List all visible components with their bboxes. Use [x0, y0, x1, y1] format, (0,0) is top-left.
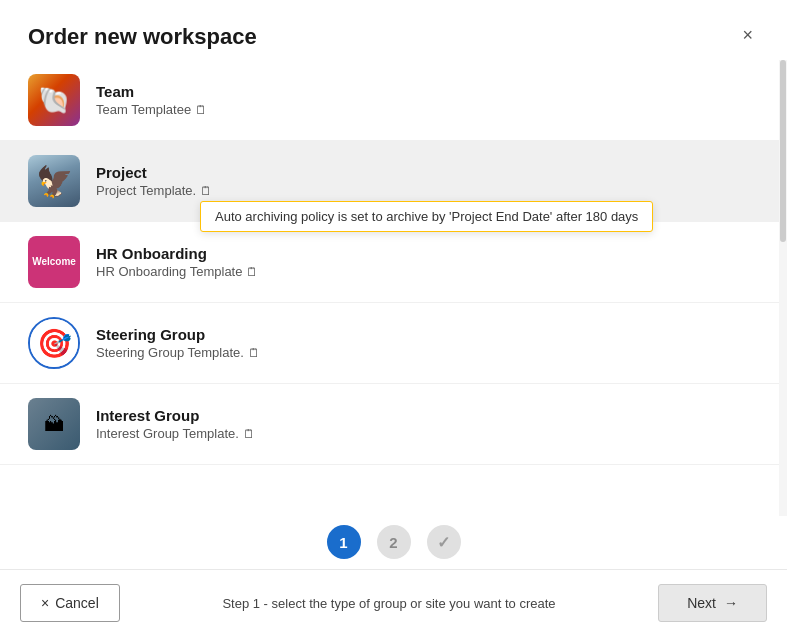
- interest-info: Interest Group Interest Group Template. …: [96, 407, 759, 441]
- cancel-button[interactable]: × Cancel: [20, 584, 120, 622]
- project-name: Project: [96, 164, 147, 181]
- close-button[interactable]: ×: [736, 24, 759, 46]
- team-info: Team Team Templatee 🗒: [96, 83, 759, 117]
- workspace-item-hr[interactable]: Welcome HR Onboarding HR Onboarding Temp…: [0, 222, 787, 303]
- dialog-header: Order new workspace ×: [0, 0, 787, 60]
- team-template: Team Templatee: [96, 102, 191, 117]
- stepper: 1 2 ✓: [0, 507, 787, 569]
- project-template-icon: 🗒: [200, 184, 212, 198]
- next-button[interactable]: Next →: [658, 584, 767, 622]
- steering-template-icon: 🗒: [248, 346, 260, 360]
- interest-template-icon: 🗒: [243, 427, 255, 441]
- dialog-title: Order new workspace: [28, 24, 257, 50]
- team-template-icon: 🗒: [195, 103, 207, 117]
- hr-template-icon: 🗒: [246, 265, 258, 279]
- interest-template: Interest Group Template.: [96, 426, 239, 441]
- order-workspace-dialog: Order new workspace × 🐚 Team Team Templa…: [0, 0, 787, 636]
- hr-template: HR Onboarding Template: [96, 264, 242, 279]
- footer-hint: Step 1 - select the type of group or sit…: [136, 596, 642, 611]
- next-arrow-icon: →: [724, 595, 738, 611]
- workspace-list: 🐚 Team Team Templatee 🗒 🦅 Project: [0, 60, 787, 507]
- cancel-x: ×: [41, 595, 49, 611]
- interest-name: Interest Group: [96, 407, 199, 424]
- scrollbar-thumb: [780, 60, 786, 242]
- interest-icon: 🏔: [28, 398, 80, 450]
- dialog-footer: × Cancel Step 1 - select the type of gro…: [0, 569, 787, 636]
- scrollbar[interactable]: [779, 60, 787, 516]
- archiving-tooltip: Auto archiving policy is set to archive …: [200, 201, 653, 232]
- steering-icon: 🎯: [28, 317, 80, 369]
- team-icon: 🐚: [28, 74, 80, 126]
- workspace-item-steering[interactable]: 🎯 Steering Group Steering Group Template…: [0, 303, 787, 384]
- cancel-label: Cancel: [55, 595, 99, 611]
- next-label: Next: [687, 595, 716, 611]
- steering-template: Steering Group Template.: [96, 345, 244, 360]
- step-2[interactable]: 2: [377, 525, 411, 559]
- hr-info: HR Onboarding HR Onboarding Template 🗒: [96, 245, 759, 279]
- project-icon: 🦅: [28, 155, 80, 207]
- project-template: Project Template.: [96, 183, 196, 198]
- workspace-item-interest[interactable]: 🏔 Interest Group Interest Group Template…: [0, 384, 787, 465]
- team-name: Team: [96, 83, 134, 100]
- hr-name: HR Onboarding: [96, 245, 207, 262]
- workspace-item-team[interactable]: 🐚 Team Team Templatee 🗒: [0, 60, 787, 141]
- step-1[interactable]: 1: [327, 525, 361, 559]
- steering-info: Steering Group Steering Group Template. …: [96, 326, 759, 360]
- project-info: Project Project Template. 🗒: [96, 164, 759, 198]
- step-3[interactable]: ✓: [427, 525, 461, 559]
- hr-icon: Welcome: [28, 236, 80, 288]
- workspace-item-project[interactable]: 🦅 Project Project Template. 🗒 Auto archi…: [0, 141, 787, 222]
- steering-name: Steering Group: [96, 326, 205, 343]
